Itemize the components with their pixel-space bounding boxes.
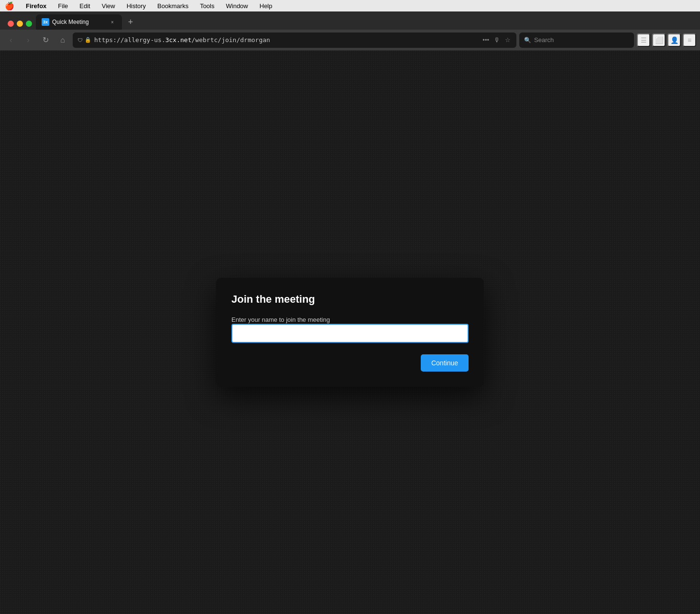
tab-bar-inner: 3x Quick Meeting × +: [36, 14, 696, 30]
browser-chrome: 3x Quick Meeting × + ‹ › ↻ ⌂ 🛡 🔒 https:/…: [0, 11, 700, 51]
reload-button[interactable]: ↻: [38, 33, 53, 47]
window-minimize-button[interactable]: [17, 21, 23, 27]
dialog-footer: Continue: [231, 354, 469, 372]
menubar-window[interactable]: Window: [224, 1, 250, 11]
tab-title: Quick Meeting: [52, 19, 106, 25]
tab-favicon: 3x: [42, 18, 49, 26]
new-tab-button[interactable]: +: [124, 15, 137, 29]
search-icon: 🔍: [524, 37, 531, 44]
menubar-history[interactable]: History: [125, 1, 148, 11]
pocket-icon[interactable]: 🎙: [493, 35, 501, 44]
menubar-view[interactable]: View: [100, 1, 117, 11]
address-bar-actions: ••• 🎙 ☆: [481, 35, 512, 44]
search-bar[interactable]: 🔍 Search: [519, 33, 634, 48]
page-content: Join the meeting Enter your name to join…: [0, 51, 700, 614]
window-close-button[interactable]: [8, 21, 14, 27]
browser-tab-active[interactable]: 3x Quick Meeting ×: [36, 14, 122, 30]
menubar-help[interactable]: Help: [258, 1, 274, 11]
menubar-file[interactable]: File: [56, 1, 70, 11]
back-button[interactable]: ‹: [4, 33, 18, 47]
home-button[interactable]: ⌂: [55, 33, 70, 47]
address-bar[interactable]: 🛡 🔒 https://allergy-us.3cx.net/webrtc/jo…: [73, 33, 516, 48]
bookmark-star-icon[interactable]: ☆: [504, 35, 512, 44]
dialog-label: Enter your name to join the meeting: [231, 316, 330, 323]
address-bar-icons: 🛡 🔒: [77, 37, 91, 43]
security-icon: 🛡: [77, 37, 83, 43]
address-url[interactable]: https://allergy-us.3cx.net/webrtc/join/d…: [94, 36, 479, 44]
dialog-title: Join the meeting: [231, 293, 469, 306]
forward-button[interactable]: ›: [21, 33, 35, 47]
menu-icon[interactable]: ≡: [683, 33, 696, 47]
menubar-bookmarks[interactable]: Bookmarks: [155, 1, 190, 11]
url-domain: 3cx.net: [165, 36, 192, 44]
account-icon[interactable]: 👤: [667, 33, 681, 47]
menubar-tools[interactable]: Tools: [198, 1, 216, 11]
window-maximize-button[interactable]: [26, 21, 32, 27]
join-meeting-dialog: Join the meeting Enter your name to join…: [216, 278, 484, 387]
continue-button[interactable]: Continue: [421, 354, 469, 372]
menubar: 🍎 Firefox File Edit View History Bookmar…: [0, 0, 700, 11]
menubar-edit[interactable]: Edit: [77, 1, 92, 11]
url-path: /webrtc/join/drmorgan: [192, 36, 270, 44]
menubar-firefox[interactable]: Firefox: [24, 1, 48, 11]
apple-menu[interactable]: 🍎: [5, 1, 14, 11]
nav-right-icons: ☰ ⬜ 👤 ≡: [637, 33, 696, 47]
synced-tabs-icon[interactable]: ⬜: [652, 33, 666, 47]
name-input[interactable]: [231, 324, 469, 343]
url-prefix: https://allergy-us.: [94, 36, 165, 44]
window-controls: [4, 21, 36, 30]
tab-bar: 3x Quick Meeting × +: [0, 11, 700, 30]
tab-close-button[interactable]: ×: [109, 18, 116, 26]
more-actions-button[interactable]: •••: [481, 35, 490, 44]
bookmarks-library-icon[interactable]: ☰: [637, 33, 650, 47]
lock-icon: 🔒: [85, 37, 91, 43]
nav-bar: ‹ › ↻ ⌂ 🛡 🔒 https://allergy-us.3cx.net/w…: [0, 30, 700, 51]
search-placeholder: Search: [534, 36, 629, 44]
